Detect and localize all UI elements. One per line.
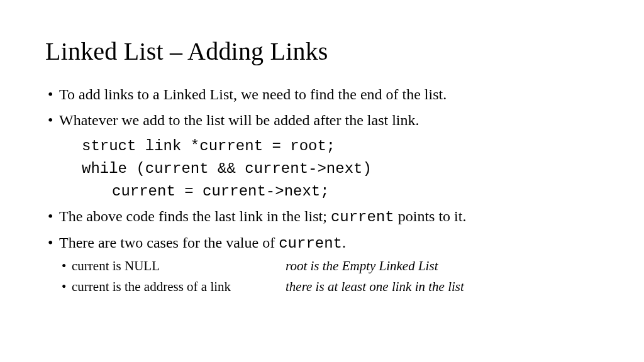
case-desc: there is at least one link in the list [286,277,464,296]
slide-title: Linked List – Adding Links [45,36,599,66]
text-fragment: There are two cases for the value of [59,234,279,251]
code-line: struct link *current = root; [82,135,599,158]
bullet-item: Whatever we add to the list will be adde… [59,109,599,131]
sub-bullet-item: current is NULL root is the Empty Linked… [72,256,599,275]
text-fragment: points to it. [394,208,467,224]
text-fragment: . [342,234,346,251]
sub-bullet-list: current is NULL root is the Empty Linked… [59,256,599,296]
bullet-list: To add links to a Linked List, we need t… [45,84,599,296]
inline-code: current [279,235,342,252]
sub-bullet-item: current is the address of a link there i… [72,277,599,296]
text-fragment: The above code finds the last link in th… [59,208,331,224]
case-desc: root is the Empty Linked List [286,256,438,275]
inline-code: current [331,209,394,226]
slide: Linked List – Adding Links To add links … [0,0,644,296]
code-block: struct link *current = root; while (curr… [82,135,599,203]
case-label: current is the address of a link [72,277,286,296]
bullet-item: To add links to a Linked List, we need t… [59,84,599,106]
bullet-item: The above code finds the last link in th… [59,206,599,229]
bullet-item: There are two cases for the value of cur… [59,232,599,296]
code-line: while (current && current->next) [82,158,599,180]
case-label: current is NULL [72,256,286,275]
code-line: current = current->next; [82,180,599,203]
